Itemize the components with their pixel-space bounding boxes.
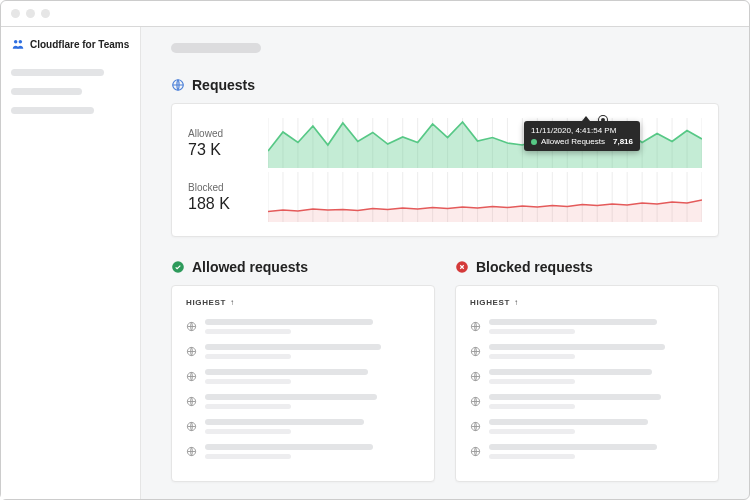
blocked-meta: Blocked 188 K [188,182,250,213]
list-item-content [489,394,704,409]
list-item-content [205,419,420,434]
globe-icon [186,321,197,332]
window-titlebar [1,1,749,27]
list-item[interactable] [470,319,704,334]
allowed-head: Allowed requests [171,259,435,275]
window-control-close[interactable] [11,9,20,18]
window-control-max[interactable] [41,9,50,18]
list-item[interactable] [186,344,420,359]
blocked-label: Blocked [188,182,250,193]
sort-label: HIGHEST [470,298,510,307]
list-item-content [489,419,704,434]
list-item[interactable] [186,419,420,434]
globe-icon [186,396,197,407]
window-control-min[interactable] [26,9,35,18]
brand[interactable]: Cloudflare for Teams [11,37,130,51]
list-item[interactable] [186,369,420,384]
globe-icon [186,371,197,382]
brand-label: Cloudflare for Teams [30,39,129,50]
blocked-list-card: HIGHEST ↑ [455,285,719,482]
list-item-content [489,444,704,459]
list-item-content [205,444,420,459]
globe-icon [171,78,185,92]
globe-icon [470,321,481,332]
sidebar: Cloudflare for Teams [1,27,141,499]
requests-head: Requests [171,77,719,93]
requests-card: Allowed 73 K 11/11/2020, 4:41:54 PM Allo… [171,103,719,237]
nav-item[interactable] [11,69,104,76]
globe-icon [470,346,481,357]
tooltip-swatch [531,139,537,145]
page-title-placeholder [171,43,261,53]
list-item[interactable] [470,394,704,409]
arrow-up-icon: ↑ [514,298,519,307]
svg-point-1 [19,40,22,44]
list-item-content [205,344,420,359]
x-circle-icon [455,260,469,274]
tooltip-series: Allowed Requests [541,136,605,147]
request-columns: Allowed requests HIGHEST ↑ [171,259,719,482]
list-item-content [205,369,420,384]
requests-title: Requests [192,77,255,93]
blocked-value: 188 K [188,195,250,213]
teams-icon [11,37,25,51]
list-item-content [489,319,704,334]
allowed-sort-header[interactable]: HIGHEST ↑ [186,298,420,307]
list-item-content [205,394,420,409]
nav-item[interactable] [11,107,94,114]
tooltip-value: 7,816 [613,136,633,147]
list-item-content [205,319,420,334]
nav-item[interactable] [11,88,82,95]
globe-icon [470,396,481,407]
list-item-content [489,344,704,359]
allowed-label: Allowed [188,128,250,139]
blocked-sort-header[interactable]: HIGHEST ↑ [470,298,704,307]
blocked-col: Blocked requests HIGHEST ↑ [455,259,719,482]
blocked-row: Blocked 188 K [188,172,702,222]
svg-point-63 [172,261,184,273]
allowed-section-title: Allowed requests [192,259,308,275]
globe-icon [186,421,197,432]
allowed-col: Allowed requests HIGHEST ↑ [171,259,435,482]
globe-icon [470,421,481,432]
globe-icon [470,371,481,382]
allowed-value: 73 K [188,141,250,159]
allowed-row: Allowed 73 K 11/11/2020, 4:41:54 PM Allo… [188,118,702,168]
check-circle-icon [171,260,185,274]
sort-label: HIGHEST [186,298,226,307]
allowed-chart[interactable]: 11/11/2020, 4:41:54 PM Allowed Requests … [268,118,702,168]
list-item[interactable] [470,369,704,384]
allowed-meta: Allowed 73 K [188,128,250,159]
allowed-list-card: HIGHEST ↑ [171,285,435,482]
globe-icon [470,446,481,457]
main-content: Requests Allowed 73 K 11/11/2020, 4:41:5… [141,27,749,499]
app-body: Cloudflare for Teams Requests Allowed 73… [1,27,749,499]
app-window: Cloudflare for Teams Requests Allowed 73… [0,0,750,500]
tooltip-timestamp: 11/11/2020, 4:41:54 PM [531,125,633,136]
list-item[interactable] [186,444,420,459]
chart-tooltip: 11/11/2020, 4:41:54 PM Allowed Requests … [524,121,640,151]
blocked-head: Blocked requests [455,259,719,275]
list-item[interactable] [186,394,420,409]
list-item[interactable] [470,444,704,459]
blocked-chart[interactable] [268,172,702,222]
globe-icon [186,346,197,357]
list-item[interactable] [186,319,420,334]
globe-icon [186,446,197,457]
svg-point-0 [14,40,17,44]
list-item[interactable] [470,344,704,359]
blocked-section-title: Blocked requests [476,259,593,275]
arrow-up-icon: ↑ [230,298,235,307]
list-item[interactable] [470,419,704,434]
list-item-content [489,369,704,384]
